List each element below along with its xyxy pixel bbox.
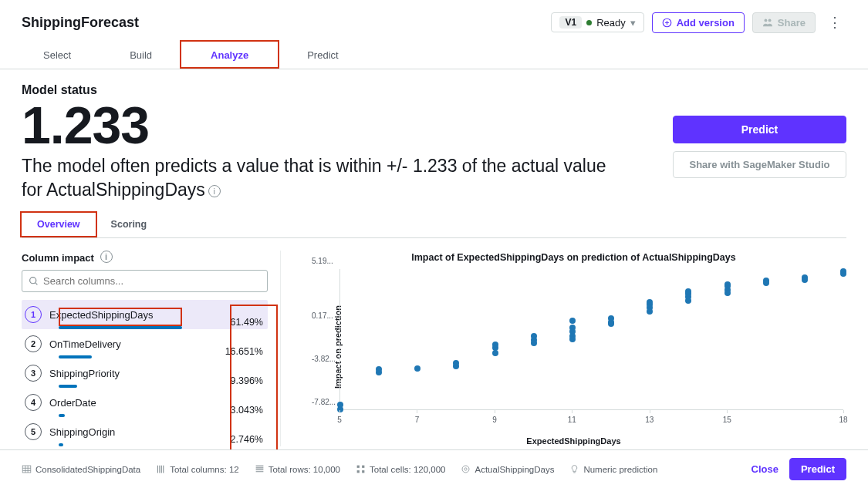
chart-title: Impact of ExpectedShippingDays on predic… [301, 252, 846, 263]
svg-rect-4 [22, 466, 31, 473]
more-menu-icon[interactable]: ⋮ [823, 11, 846, 34]
footer-type: Numeric prediction [569, 464, 657, 474]
svg-point-2 [768, 19, 772, 22]
footer-cells: Total cells: 120,000 [356, 464, 445, 474]
chart-point [492, 342, 498, 348]
impact-rank: 2 [25, 335, 42, 352]
search-icon [29, 276, 39, 286]
impact-pct: 2.746% [215, 434, 263, 445]
svg-point-10 [464, 468, 467, 470]
model-metric: 1.233 [22, 99, 623, 151]
people-icon [762, 18, 773, 27]
impact-row[interactable]: 2 OnTimeDelivery 16.651% [22, 329, 268, 358]
chart-point [724, 290, 731, 296]
xtick-label: 11 [568, 416, 576, 424]
version-status: Ready [596, 17, 626, 29]
chart-point [685, 298, 691, 304]
grid-icon [356, 464, 366, 474]
ytick-label: -3.82... [312, 354, 336, 362]
footer-cols: Total columns: 12 [156, 464, 239, 474]
share-studio-button[interactable]: Share with SageMaker Studio [673, 151, 846, 178]
add-version-button[interactable]: Add version [652, 12, 745, 33]
chart-point [647, 308, 653, 315]
xtick-label: 5 [337, 416, 342, 424]
search-input-wrapper[interactable] [22, 270, 268, 292]
impact-pct: 3.043% [215, 405, 263, 416]
ytick-label: -7.82... [312, 398, 336, 406]
chart-point [337, 402, 343, 408]
tab-build[interactable]: Build [100, 42, 181, 69]
chart-point [647, 299, 653, 305]
svg-point-9 [463, 466, 470, 473]
xtick-label: 9 [492, 416, 497, 424]
tab-predict[interactable]: Predict [278, 42, 367, 69]
impact-pct: 16.651% [215, 346, 263, 357]
bulb-icon [569, 464, 579, 474]
status-dot-icon [586, 20, 592, 25]
subtab-overview[interactable]: Overview [22, 213, 96, 237]
chart-point [685, 288, 691, 294]
footer-rows: Total rows: 10,000 [255, 464, 340, 474]
chart-point [531, 340, 537, 346]
svg-rect-8 [362, 470, 364, 473]
chart-point [840, 271, 846, 277]
version-selector[interactable]: V1 Ready ▾ [551, 12, 643, 32]
chart-point [569, 318, 576, 324]
info-icon[interactable]: i [208, 185, 221, 197]
table-icon [22, 464, 32, 474]
impact-pct: 9.396% [215, 375, 263, 386]
chevron-down-icon: ▾ [630, 17, 636, 29]
plus-circle-icon [662, 18, 672, 28]
xtick-label: 7 [415, 416, 420, 424]
scatter-chart: Impact on prediction 5.19...0.17...-3.82… [301, 269, 846, 435]
chart-xlabel: ExpectedShippingDays [301, 436, 846, 446]
columns-icon [156, 464, 166, 474]
sub-tabs: Overview Scoring [22, 213, 846, 238]
tab-analyze[interactable]: Analyze [181, 42, 278, 69]
chart-point [724, 281, 731, 288]
xtick-label: 15 [723, 416, 731, 424]
svg-rect-7 [357, 470, 360, 473]
chart-point [414, 365, 420, 372]
target-icon [461, 464, 471, 474]
impact-row[interactable]: 4 OrderDate 3.043% [22, 388, 268, 417]
impact-pct: 61.49% [215, 317, 263, 328]
chart-point [802, 277, 808, 283]
rows-icon [255, 464, 265, 474]
info-icon[interactable]: i [100, 251, 113, 263]
predict-button[interactable]: Predict [673, 116, 846, 143]
ytick-label: 5.19... [312, 257, 333, 265]
main-tabs: Select Build Analyze Predict [0, 42, 868, 69]
svg-point-1 [764, 19, 767, 22]
subtab-scoring[interactable]: Scoring [96, 213, 163, 237]
chart-point [569, 336, 576, 342]
footer-predict-button[interactable]: Predict [789, 458, 846, 480]
svg-point-3 [30, 278, 36, 284]
footer-target: ActualShippingDays [461, 464, 554, 474]
model-desc: The model often predicts a value that is… [22, 154, 623, 202]
chart-point [376, 366, 382, 372]
search-input[interactable] [43, 275, 261, 287]
chart-point [531, 333, 537, 339]
xtick-label: 13 [645, 416, 654, 424]
impact-rank: 5 [25, 423, 42, 440]
impact-rank: 3 [25, 365, 42, 382]
svg-rect-5 [357, 466, 360, 468]
footer-dataset: ConsolidatedShippingData [22, 464, 140, 474]
ytick-label: 0.17... [312, 311, 333, 319]
chart-point [453, 360, 459, 366]
impact-row[interactable]: 1 ExpectedShippingDays 61.49% [22, 300, 268, 329]
page-title: ShippingForecast [22, 15, 139, 31]
close-link[interactable]: Close [751, 463, 778, 475]
xtick-label: 18 [839, 416, 847, 424]
svg-rect-6 [362, 466, 364, 468]
chart-point [763, 280, 769, 286]
share-button: Share [752, 12, 816, 33]
version-badge: V1 [559, 16, 582, 29]
impact-row[interactable]: 5 ShippingOrigin 2.746% [22, 417, 268, 446]
impact-rank: 1 [25, 306, 42, 323]
chart-point [492, 350, 498, 356]
column-impact-title: Column impact i [22, 251, 268, 264]
tab-select[interactable]: Select [14, 42, 100, 69]
impact-row[interactable]: 3 ShippingPriority 9.396% [22, 358, 268, 388]
